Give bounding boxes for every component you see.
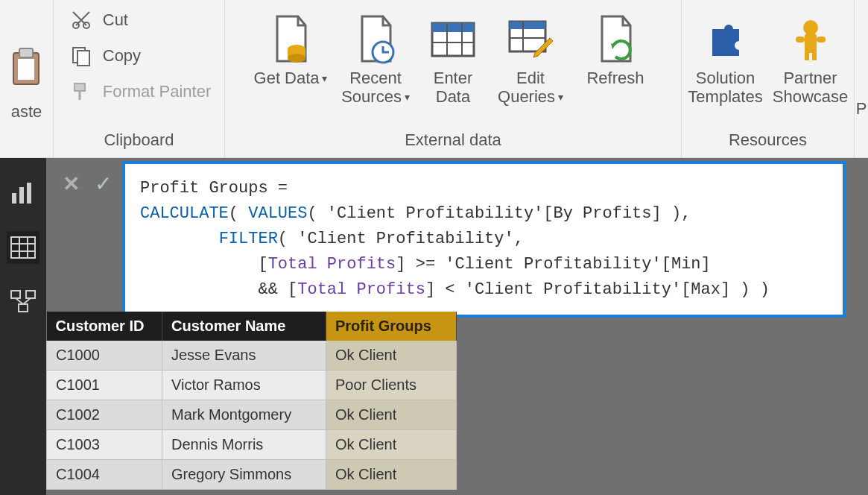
external-data-group: Get Data Recent Sources Enter Data Edit … [225,0,682,157]
copy-button[interactable]: Copy [69,43,212,69]
cell-profit-group[interactable]: Ok Client [326,460,457,490]
relationships-icon [10,289,37,313]
dax-calculate: CALCULATE [140,204,229,223]
data-grid[interactable]: Customer ID Customer Name Profit Groups … [46,312,457,490]
person-icon [791,10,830,69]
edit-queries-label: Edit Queries [493,69,568,107]
refresh-icon [593,10,638,69]
cell-customer-name[interactable]: Mark Montgomery [162,400,326,430]
copy-label: Copy [103,46,141,66]
data-view-button[interactable] [7,231,39,264]
table-row[interactable]: C1000Jesse EvansOk Client [47,341,457,371]
svg-rect-7 [75,83,85,91]
bar-chart-icon [10,183,36,205]
svg-rect-24 [817,37,826,42]
report-view-button[interactable] [7,177,39,210]
table-row[interactable]: C1003Dennis MorrisOk Client [47,430,457,460]
formula-bar: ✕ ✓ Profit Groups = CALCULATE( VALUES( '… [54,161,846,318]
get-data-icon [268,10,313,69]
table-header-row: Customer ID Customer Name Profit Groups [47,312,457,341]
scissors-icon [69,7,94,33]
edit-queries-button[interactable]: Edit Queries [493,10,568,107]
refresh-label: Refresh [586,69,644,87]
col-header-customer-name[interactable]: Customer Name [162,312,326,341]
col-header-profit-groups[interactable]: Profit Groups [326,312,457,341]
formula-editor[interactable]: Profit Groups = CALCULATE( VALUES( 'Clie… [122,161,846,318]
view-switcher [0,158,46,495]
dax-filter: FILTER [219,230,278,248]
svg-point-21 [803,20,818,35]
table-row[interactable]: C1001Victor RamosPoor Clients [47,371,457,400]
table-row[interactable]: C1002Mark MontgomeryOk Client [47,400,457,430]
enter-data-button[interactable]: Enter Data [423,10,483,107]
cell-customer-name[interactable]: Gregory Simmons [162,460,326,490]
paintbrush-icon [69,79,94,104]
formula-line-1: Profit Groups = [140,179,288,198]
svg-rect-6 [77,51,89,66]
workspace: ✕ ✓ Profit Groups = CALCULATE( VALUES( '… [0,158,868,495]
svg-rect-30 [11,237,35,258]
cell-profit-group[interactable]: Ok Client [326,341,457,371]
external-data-label: External data [405,124,501,157]
svg-rect-29 [27,183,31,204]
clipboard-icon [9,47,45,92]
recent-sources-icon [353,10,398,69]
puzzle-icon [703,10,748,69]
recent-sources-button[interactable]: Recent Sources [338,10,413,107]
cell-customer-id[interactable]: C1001 [47,371,162,400]
table-row[interactable]: C1004Gregory SimmonsOk Client [47,460,457,490]
svg-rect-27 [12,193,16,204]
dax-col-total-profits: Total Profits [297,280,425,299]
resources-label: Resources [729,124,807,157]
get-data-label: Get Data [254,69,328,87]
format-painter-button[interactable]: Format Painter [69,79,212,104]
formula-commit-button[interactable]: ✓ [95,171,112,196]
cut-button[interactable]: Cut [69,7,212,33]
edit-queries-icon [507,10,554,69]
paste-label: aste [11,102,42,122]
formula-cancel-button[interactable]: ✕ [63,171,80,196]
cell-customer-id[interactable]: C1000 [47,341,162,371]
svg-rect-36 [26,291,35,298]
svg-rect-23 [796,37,805,42]
cell-profit-group[interactable]: Ok Client [326,430,457,460]
cell-profit-group[interactable]: Ok Client [326,400,457,430]
enter-data-icon [429,10,477,69]
svg-rect-26 [812,50,817,60]
ribbon: aste Cut Copy Format Painter [0,0,868,158]
svg-point-10 [288,54,305,63]
clipboard-group: Cut Copy Format Painter Clipboard [54,0,225,157]
copy-icon [69,43,94,69]
svg-rect-25 [805,50,809,60]
partner-showcase-label: Partner Showcase [773,69,849,107]
svg-rect-13 [432,23,474,32]
solution-templates-button[interactable]: Solution Templates [688,10,763,107]
svg-rect-2 [18,59,34,80]
col-header-customer-id[interactable]: Customer ID [47,312,162,341]
cell-customer-name[interactable]: Victor Ramos [162,371,326,400]
ribbon-overflow: P [855,0,868,157]
resources-group: Solution Templates Partner Showcase Reso… [682,0,855,157]
cell-customer-id[interactable]: C1004 [47,460,162,490]
table-icon [10,236,36,259]
partner-showcase-button[interactable]: Partner Showcase [773,10,848,107]
cell-profit-group[interactable]: Poor Clients [326,371,457,400]
refresh-button[interactable]: Refresh [578,10,653,87]
main-area: ✕ ✓ Profit Groups = CALCULATE( VALUES( '… [46,158,868,495]
svg-rect-28 [19,187,24,204]
cell-customer-name[interactable]: Dennis Morris [162,430,326,460]
cell-customer-name[interactable]: Jesse Evans [162,341,326,371]
recent-sources-label: Recent Sources [338,69,413,107]
cell-customer-id[interactable]: C1003 [47,430,162,460]
paste-group: aste [0,0,54,157]
cut-label: Cut [103,10,128,30]
format-painter-label: Format Painter [103,82,212,101]
model-view-button[interactable] [7,285,39,318]
svg-rect-37 [19,304,28,312]
svg-rect-1 [19,48,33,57]
solution-templates-label: Solution Templates [688,69,762,107]
dax-values: VALUES [248,204,307,223]
paste-button[interactable]: aste [9,0,45,157]
cell-customer-id[interactable]: C1002 [47,400,162,430]
get-data-button[interactable]: Get Data [253,10,328,87]
